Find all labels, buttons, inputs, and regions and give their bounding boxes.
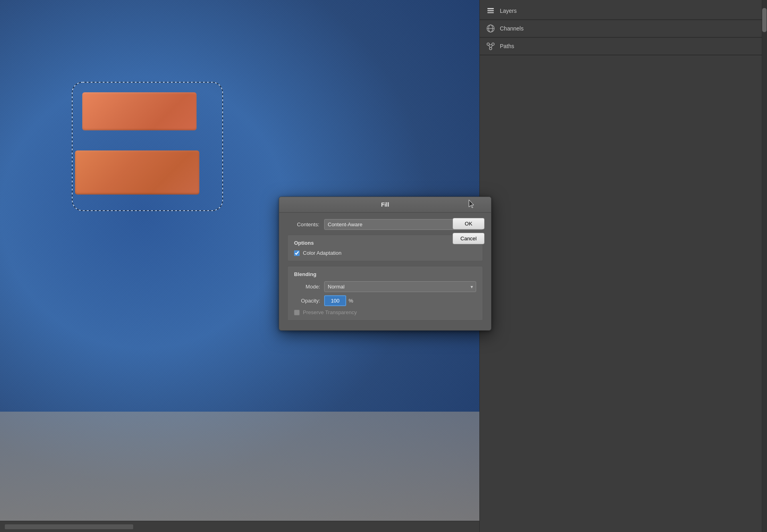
sidebar-item-channels[interactable]: Channels bbox=[480, 20, 767, 37]
orange-patch-top bbox=[82, 92, 197, 130]
layers-section: Layers Channels bbox=[480, 0, 767, 58]
mode-label: Mode: bbox=[294, 284, 320, 290]
scrollbar-thumb[interactable] bbox=[762, 8, 767, 32]
layers-icon bbox=[486, 6, 495, 15]
svg-line-13 bbox=[491, 45, 493, 48]
panel-scrollbar[interactable] bbox=[762, 0, 767, 532]
cancel-button[interactable]: Cancel bbox=[452, 233, 485, 244]
mode-row: Mode: Normal Dissolve Multiply Screen Ov… bbox=[294, 281, 476, 292]
fill-dialog: Fill Contents: Content-Aware Foreground … bbox=[279, 197, 491, 331]
blending-section-label: Blending bbox=[294, 271, 476, 277]
color-adaptation-row: Color Adaptation bbox=[294, 250, 476, 256]
cursor-icon bbox=[467, 199, 474, 209]
svg-line-12 bbox=[489, 45, 490, 48]
svg-rect-4 bbox=[487, 8, 494, 9]
status-bar bbox=[0, 521, 479, 532]
opacity-label: Opacity: bbox=[294, 298, 320, 304]
ok-button[interactable]: OK bbox=[452, 218, 485, 229]
contents-label: Contents: bbox=[287, 221, 319, 227]
orange-patch-bottom bbox=[75, 150, 199, 195]
preserve-transparency-row: Preserve Transparency bbox=[294, 309, 476, 315]
svg-rect-2 bbox=[487, 12, 494, 13]
svg-point-9 bbox=[492, 43, 494, 45]
color-adaptation-label: Color Adaptation bbox=[303, 250, 341, 256]
preserve-transparency-checkbox[interactable] bbox=[294, 310, 300, 315]
separator-3 bbox=[480, 55, 767, 55]
mode-select[interactable]: Normal Dissolve Multiply Screen Overlay bbox=[324, 281, 476, 292]
color-adaptation-checkbox[interactable] bbox=[294, 250, 300, 256]
paths-icon bbox=[486, 42, 495, 51]
channels-icon bbox=[486, 24, 495, 33]
preserve-transparency-label: Preserve Transparency bbox=[303, 309, 357, 315]
mode-select-wrapper: Normal Dissolve Multiply Screen Overlay bbox=[324, 281, 476, 292]
opacity-row: Opacity: % bbox=[294, 295, 476, 306]
opacity-input[interactable] bbox=[324, 295, 346, 306]
svg-point-8 bbox=[487, 43, 489, 45]
sidebar-item-layers[interactable]: Layers bbox=[480, 2, 767, 20]
options-section-label: Options bbox=[294, 240, 476, 246]
layers-label: Layers bbox=[500, 8, 517, 14]
channels-label: Channels bbox=[500, 25, 524, 32]
status-bar-progress bbox=[5, 524, 133, 529]
dialog-titlebar: Fill bbox=[279, 197, 491, 213]
dialog-title: Fill bbox=[381, 201, 389, 208]
svg-point-10 bbox=[489, 47, 492, 50]
sidebar-item-paths[interactable]: Paths bbox=[480, 38, 767, 55]
shirt-lower-area bbox=[0, 412, 479, 532]
paths-label: Paths bbox=[500, 43, 514, 49]
svg-rect-3 bbox=[487, 10, 494, 11]
right-panel: Layers Channels bbox=[479, 0, 767, 532]
selection-patches-container bbox=[70, 80, 225, 213]
dialog-buttons: OK Cancel bbox=[452, 218, 485, 244]
blending-section: Blending Mode: Normal Dissolve Multiply … bbox=[287, 266, 483, 321]
opacity-unit: % bbox=[349, 298, 353, 304]
